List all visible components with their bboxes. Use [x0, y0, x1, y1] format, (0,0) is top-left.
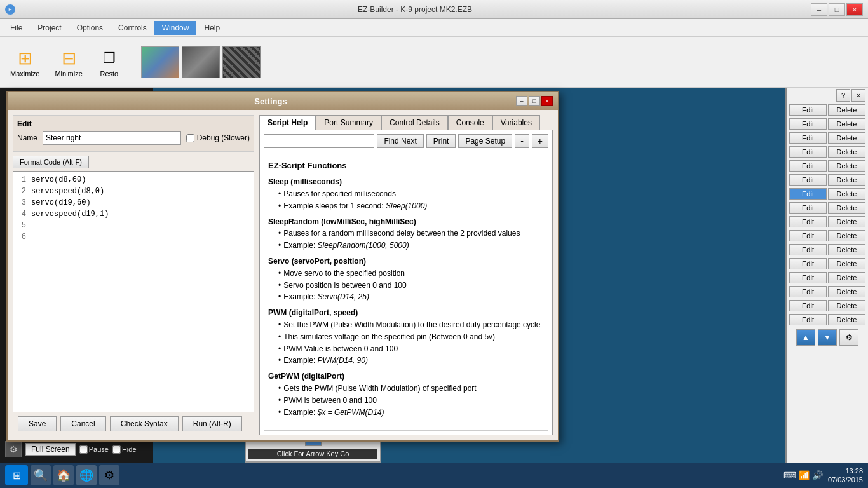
- tab-port-summary[interactable]: Port Summary: [316, 115, 381, 130]
- dialog-overlay: Settings – □ × Edit Name: [0, 88, 868, 463]
- thumbnail-2[interactable]: [182, 46, 220, 78]
- taskbar-icon-chrome[interactable]: 🌐: [76, 465, 97, 485]
- check-syntax-button[interactable]: Check Syntax: [110, 416, 179, 431]
- bullet-text: Move servo to the specified position: [283, 268, 405, 279]
- clock: 13:28 07/03/2015: [828, 466, 863, 485]
- close-button[interactable]: ×: [846, 3, 863, 16]
- help-content: EZ-Script FunctionsSleep (milliseconds)•…: [264, 152, 548, 431]
- dialog-buttons: Save Cancel Check Syntax Run (Alt-R): [13, 412, 254, 435]
- help-title: EZ-Script Functions: [268, 160, 544, 172]
- bullet-dot: •: [278, 292, 281, 302]
- taskbar-icon-home[interactable]: 🏠: [53, 465, 74, 485]
- code-editor[interactable]: 1servo(d8,60)2servospeed(d8,0)3servo(d19…: [13, 171, 254, 412]
- app-icon: E: [5, 4, 15, 15]
- tabs-row: Script Help Port Summary Control Details…: [259, 115, 553, 130]
- bullet-text: Example: $x = GetPWM(D14): [283, 407, 384, 418]
- bullet-text: Servo position is between 0 and 100: [283, 280, 406, 291]
- zoom-out-button[interactable]: -: [515, 134, 529, 148]
- zoom-in-button[interactable]: +: [532, 134, 548, 148]
- menu-file[interactable]: File: [3, 21, 30, 35]
- name-label: Name: [17, 133, 37, 142]
- run-button[interactable]: Run (Alt-R): [182, 416, 242, 431]
- help-bullet: •PWM is between 0 and 100: [278, 395, 544, 406]
- restore-label: Resto: [100, 70, 118, 78]
- find-next-button[interactable]: Find Next: [377, 134, 423, 148]
- taskbar-icon-settings[interactable]: ⚙: [99, 465, 119, 485]
- menu-options[interactable]: Options: [69, 21, 111, 35]
- help-bullet: •Example: $x = GetPWM(D14): [278, 407, 544, 418]
- help-function-name: PWM (digitalPort, speed): [268, 308, 544, 318]
- bullet-text: Example: SleepRandom(1000, 5000): [283, 240, 409, 251]
- debug-check: Debug (Slower): [186, 133, 250, 142]
- maximize-icon: ⊞: [13, 47, 36, 70]
- clock-time: 13:28: [828, 466, 863, 475]
- thumbnail-3[interactable]: [222, 46, 261, 78]
- name-row: Name Debug (Slower): [17, 131, 250, 145]
- taskbar-icon-search[interactable]: 🔍: [31, 465, 51, 485]
- bullet-dot: •: [278, 268, 281, 279]
- help-scroll[interactable]: EZ-Script FunctionsSleep (milliseconds)•…: [268, 156, 544, 423]
- cancel-button[interactable]: Cancel: [60, 416, 105, 431]
- dialog-left: Edit Name Debug (Slower) Format Code (Al…: [13, 115, 254, 435]
- window-title: EZ-Builder - K-9 project MK2.EZB: [19, 5, 811, 14]
- menu-window[interactable]: Window: [154, 21, 197, 35]
- dialog-restore-btn[interactable]: □: [529, 96, 540, 106]
- help-bullet: •Example: Servo(D14, 25): [278, 292, 544, 302]
- tab-console[interactable]: Console: [448, 115, 492, 130]
- start-button[interactable]: ⊞: [5, 465, 28, 485]
- edit-section: Edit Name Debug (Slower): [13, 115, 254, 152]
- dialog-minimize-btn[interactable]: –: [516, 96, 527, 106]
- print-button[interactable]: Print: [426, 134, 456, 148]
- format-code-button[interactable]: Format Code (Alt-F): [13, 156, 89, 168]
- dialog-close-btn[interactable]: ×: [541, 96, 553, 106]
- dialog-right: Script Help Port Summary Control Details…: [259, 115, 553, 435]
- dialog-body: Edit Name Debug (Slower) Format Code (Al…: [8, 110, 558, 440]
- sys-tray: ⌨ 📶 🔊: [783, 470, 823, 480]
- restore-button[interactable]: □: [829, 3, 845, 16]
- help-function-name: Servo (servoPort, position): [268, 256, 544, 267]
- tab-variables[interactable]: Variables: [492, 115, 540, 130]
- minimize-label: Minimize: [55, 70, 82, 78]
- bullet-text: Pauses for a random millisecond delay be…: [283, 228, 520, 239]
- tab-control-details[interactable]: Control Details: [381, 115, 448, 130]
- help-bullet: •Gets the PWM (Pulse Width Modulation) o…: [278, 383, 544, 394]
- taskbar-right: ⌨ 📶 🔊 13:28 07/03/2015: [783, 466, 863, 485]
- code-line: 6: [16, 231, 251, 243]
- bullet-dot: •: [278, 355, 281, 366]
- search-input[interactable]: [264, 134, 374, 148]
- code-line: 5: [16, 220, 251, 231]
- bullet-dot: •: [278, 395, 281, 406]
- dialog-title-controls: – □ ×: [516, 96, 553, 106]
- debug-label: Debug (Slower): [197, 133, 250, 142]
- taskbar-left: ⊞ 🔍 🏠 🌐 ⚙: [5, 465, 119, 485]
- code-line: 1servo(d8,60): [16, 174, 251, 186]
- bullet-text: Example: PWM(D14, 90): [283, 355, 368, 366]
- page-setup-button[interactable]: Page Setup: [458, 134, 512, 148]
- network-icon: 📶: [799, 470, 810, 480]
- menu-project[interactable]: Project: [30, 21, 69, 35]
- toolbar-restore[interactable]: ❐ Resto: [93, 44, 126, 80]
- line-number: 3: [16, 197, 26, 208]
- menu-controls[interactable]: Controls: [111, 21, 154, 35]
- menu-bar: File Project Options Controls Window Hel…: [0, 19, 868, 37]
- toolbar-maximize[interactable]: ⊞ Maximize: [5, 44, 44, 80]
- edit-label: Edit: [17, 119, 250, 128]
- menu-help[interactable]: Help: [196, 21, 227, 35]
- line-code: servospeed(d8,0): [31, 186, 104, 197]
- toolbar-minimize[interactable]: ⊟ Minimize: [50, 44, 87, 80]
- debug-checkbox[interactable]: [186, 134, 194, 142]
- bullet-text: Example: Servo(D14, 25): [283, 292, 369, 302]
- tab-script-help[interactable]: Script Help: [259, 115, 316, 130]
- bullet-dot: •: [278, 383, 281, 394]
- thumbnail-1[interactable]: [141, 46, 179, 78]
- bullet-text: Pauses for specified milliseconds: [283, 189, 396, 200]
- minimize-button[interactable]: –: [811, 3, 827, 16]
- code-line: 4servospeed(d19,1): [16, 208, 251, 220]
- save-button[interactable]: Save: [18, 416, 57, 431]
- line-number: 1: [16, 174, 26, 186]
- help-function-name: Sleep (milliseconds): [268, 177, 544, 187]
- line-number: 4: [16, 208, 26, 220]
- help-bullet: •This simulates voltage on the specified…: [278, 332, 544, 342]
- bullet-dot: •: [278, 201, 281, 212]
- name-input[interactable]: [43, 131, 181, 145]
